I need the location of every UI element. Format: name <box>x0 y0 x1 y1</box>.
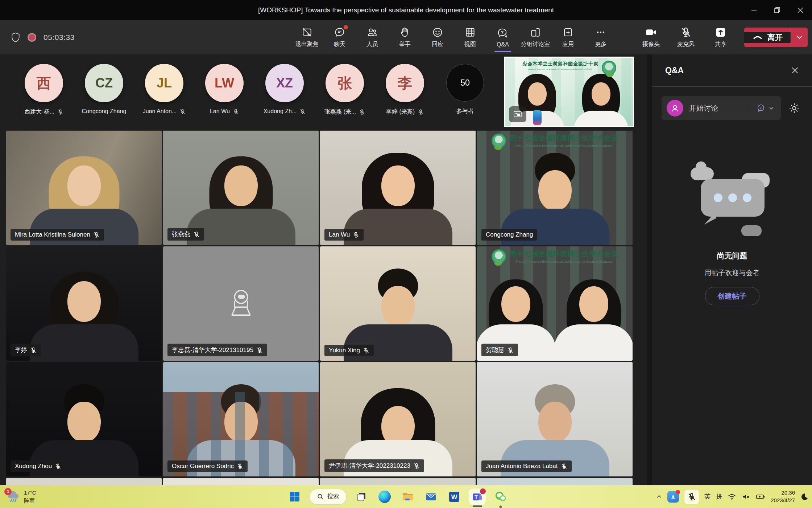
participant-avatar[interactable]: 李 李婷 (来宾) <box>375 64 435 116</box>
breakout-rooms-button[interactable]: 分组讨论室 <box>519 21 552 53</box>
edge-browser-button[interactable] <box>376 488 393 505</box>
search-icon <box>317 493 324 500</box>
avatar: 西 <box>25 64 63 102</box>
weather-condition: 阵雨 <box>24 497 36 505</box>
mic-muted-icon <box>193 231 200 238</box>
share-icon <box>714 26 727 38</box>
avatar: JL <box>145 64 183 102</box>
start-button[interactable] <box>286 488 303 505</box>
qa-active-indicator <box>494 51 511 52</box>
wechat-button[interactable] <box>492 488 509 505</box>
tray-chevron-up-icon[interactable] <box>656 494 662 500</box>
participant-name-tag: Yukun Xing <box>324 345 374 356</box>
qa-icon: ? <box>497 27 509 39</box>
raise-hand-button[interactable]: 举手 <box>389 21 421 53</box>
more-button[interactable]: 更多 <box>584 21 617 53</box>
exit-focus-button[interactable]: 退出聚焦 <box>291 21 323 53</box>
wifi-icon[interactable] <box>728 492 736 501</box>
video-tile[interactable]: 尹伊珺-清华大学-2022310223 <box>320 362 476 476</box>
participant-count[interactable]: 50 参与者 <box>435 64 495 116</box>
camera-button[interactable]: 摄像头 <box>635 21 667 53</box>
participant-avatar[interactable]: CZ Congcong Zhang <box>74 64 134 116</box>
qa-panel: Q&A 开始讨论 <box>647 54 812 485</box>
tray-mic-muted-icon[interactable] <box>684 489 699 504</box>
participant-name-tag: Lan Wu <box>324 229 364 241</box>
video-tile[interactable]: Oscar Guerrero Sodric <box>163 362 319 476</box>
video-tile[interactable]: Yukun Xing <box>320 246 476 361</box>
chat-button[interactable]: 聊天 <box>323 21 356 53</box>
video-grid: Mira Lotta Kristiina Sulonen 张燕燕 Lan Wu … <box>6 131 633 476</box>
conference-backdrop: 第十七届全国环境博士生学术会议 The 17th National Enviro… <box>477 134 633 148</box>
wechat-running-dot <box>500 505 502 508</box>
view-icon <box>464 26 476 38</box>
qa-empty-title: 尚无问题 <box>717 251 747 261</box>
svg-text:T: T <box>475 494 478 500</box>
ime-layout-indicator[interactable]: 拼 <box>716 492 722 501</box>
apps-button[interactable]: 应用 <box>552 21 584 53</box>
qa-settings-button[interactable] <box>786 102 803 114</box>
night-mode-moon-icon[interactable] <box>800 493 808 501</box>
conference-logo-icon <box>492 249 506 264</box>
chat-notification-dot <box>344 25 348 29</box>
video-tile[interactable]: Mira Lotta Kristiina Sulonen <box>6 131 162 245</box>
taskbar-weather-widget[interactable]: 1 17°C 阵雨 <box>6 485 36 508</box>
mail-button[interactable] <box>423 488 439 505</box>
ime-language-indicator[interactable]: 英 <box>704 492 710 501</box>
picture-in-picture-button[interactable] <box>509 106 526 122</box>
qa-composer-input[interactable]: 开始讨论 <box>662 96 781 120</box>
titlebar: [WORKSHOP] Towards the perspective of su… <box>0 0 812 20</box>
participant-avatar[interactable]: 张 张燕燕 (来... <box>315 64 375 116</box>
qa-close-button[interactable] <box>791 66 799 74</box>
toolbar-divider <box>628 29 628 46</box>
qa-empty-subtitle: 用帖子欢迎与会者 <box>705 268 760 278</box>
video-tile[interactable]: 第十七届全国环境博士生学术会议 The 17th National Enviro… <box>477 246 633 361</box>
view-button[interactable]: 视图 <box>454 21 486 53</box>
teams-tray-icon[interactable] <box>667 491 679 503</box>
video-tile[interactable]: Xudong Zhou <box>6 362 162 476</box>
participant-name-tag: 李婷 <box>11 344 41 356</box>
share-button[interactable]: 共享 <box>704 21 737 53</box>
video-tile[interactable]: Lan Wu <box>320 131 476 245</box>
video-tile[interactable]: Juan Antonio Baeza Labat <box>477 362 633 476</box>
video-tile[interactable]: 张燕燕 <box>163 131 319 245</box>
battery-icon[interactable] <box>756 492 765 501</box>
leave-options-chevron[interactable] <box>791 28 808 47</box>
participant-avatar[interactable]: XZ Xudong Zh... <box>254 64 315 116</box>
conference-logo-icon <box>492 134 506 148</box>
participant-name-tag: 张燕燕 <box>167 228 204 241</box>
conference-backdrop: 第十七届全国环境博士生学术会议 The 17th National Enviro… <box>505 61 633 75</box>
restore-button[interactable] <box>766 0 789 20</box>
device-controls: 摄像头 麦克风 共享 离开 <box>617 21 812 53</box>
volume-muted-icon[interactable] <box>742 492 750 501</box>
teams-button[interactable]: T <box>469 488 486 505</box>
create-post-button[interactable]: 创建帖子 <box>705 287 759 305</box>
participant-avatar[interactable]: 西 西建大-杨... <box>14 64 74 116</box>
react-button[interactable]: 回应 <box>421 21 454 53</box>
taskbar-search-input[interactable]: 搜索 <box>310 489 347 505</box>
participant-avatar[interactable]: LW Lan Wu <box>194 64 254 116</box>
svg-text:?: ? <box>501 30 504 35</box>
participant-name-tag: 尹伊珺-清华大学-2022310223 <box>324 459 424 472</box>
video-tile[interactable]: 第十七届全国环境博士生学术会议 The 17th National Enviro… <box>477 131 633 245</box>
leave-button[interactable]: 离开 <box>744 28 808 47</box>
self-view-thumbnail[interactable]: 第十七届全国环境博士生学术会议 The 17th National Enviro… <box>504 57 634 127</box>
mic-muted-icon <box>561 463 567 470</box>
word-button[interactable]: W <box>446 488 463 505</box>
window-controls <box>742 0 812 20</box>
minimize-button[interactable] <box>742 0 766 20</box>
avatar: LW <box>205 64 244 102</box>
file-explorer-button[interactable] <box>399 488 416 505</box>
tray-date: 2023/4/27 <box>771 497 795 504</box>
participant-avatar[interactable]: JL Juan Anton... <box>134 64 194 116</box>
taskbar-clock[interactable]: 20:36 2023/4/27 <box>771 489 795 504</box>
people-button[interactable]: 人员 <box>356 21 389 53</box>
recording-indicator <box>28 33 36 42</box>
video-tile[interactable]: 李婷 <box>6 246 162 361</box>
task-view-button[interactable] <box>353 488 370 505</box>
composer-post-type-dropdown[interactable] <box>756 103 776 113</box>
participants-strip: 西 西建大-杨... CZ Congcong Zhang JL Juan Ant… <box>0 54 647 131</box>
microphone-button[interactable]: 麦克风 <box>670 21 702 53</box>
video-tile[interactable]: 李忠磊-清华大学-2021310195 <box>163 246 319 361</box>
close-button[interactable] <box>789 0 812 20</box>
qa-button[interactable]: ? Q&A <box>486 21 519 53</box>
